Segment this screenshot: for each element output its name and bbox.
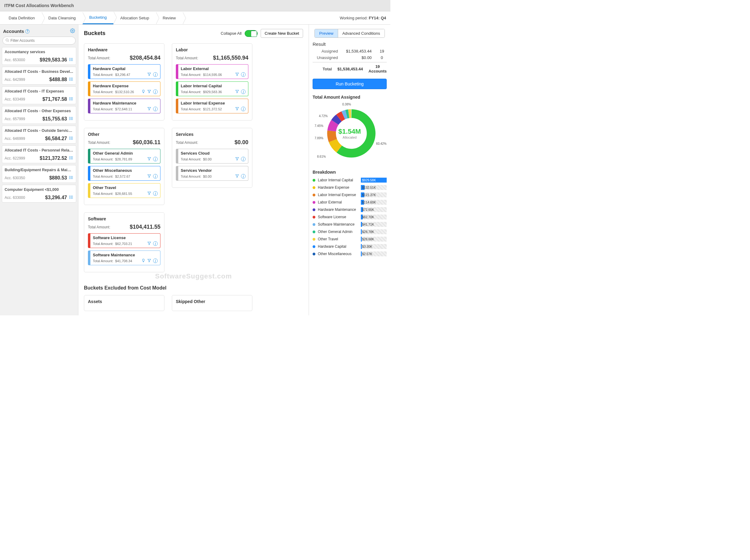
info-icon[interactable]: i (153, 259, 158, 263)
svg-point-17 (69, 97, 70, 98)
funnel-icon[interactable] (235, 107, 239, 111)
sub-bucket[interactable]: Labor Internal Capital Total Amount: $92… (176, 81, 248, 96)
step-data-cleansing[interactable]: Data Cleansing (41, 12, 82, 24)
sub-bucket[interactable]: Labor Internal Expense Total Amount: $12… (176, 99, 248, 114)
svg-point-24 (69, 118, 70, 119)
info-icon[interactable]: i (241, 157, 246, 161)
filter-accounts[interactable] (2, 37, 76, 44)
filter-input[interactable] (11, 38, 73, 43)
info-icon[interactable]: i (241, 89, 246, 94)
sub-bucket[interactable]: Labor External Total Amount: $114,595.06… (176, 64, 248, 79)
funnel-icon[interactable] (235, 72, 239, 77)
info-icon[interactable]: i (153, 241, 158, 246)
excluded-group[interactable]: Skipped Other (172, 295, 252, 311)
step-allocation-setup[interactable]: Allocation Setup (114, 12, 156, 24)
funnel-icon[interactable] (147, 241, 151, 246)
sub-bucket[interactable]: Services Cloud Total Amount: $0.00 i (176, 149, 248, 163)
breakdown-bar: $114.60K (361, 200, 387, 205)
info-icon[interactable]: i (153, 157, 158, 161)
run-bucketing-button[interactable]: Run Bucketing (312, 79, 387, 89)
collapse-toggle[interactable] (245, 30, 258, 37)
info-icon[interactable]: i (241, 107, 246, 111)
funnel-icon[interactable] (147, 157, 151, 161)
funnel-icon[interactable] (235, 157, 239, 161)
excluded-title: Buckets Excluded from Cost Model (84, 285, 303, 291)
list-icon[interactable] (69, 77, 74, 82)
list-icon[interactable] (69, 195, 74, 200)
account-card[interactable]: Building/Equipment Repairs & Maint... Ac… (2, 165, 76, 183)
sub-bucket[interactable]: Other General Admin Total Amount: $28,78… (88, 149, 160, 163)
info-icon[interactable]: i (153, 191, 158, 196)
list-icon[interactable] (69, 57, 74, 63)
sub-bucket[interactable]: Hardware Maintenance Total Amount: $72,6… (88, 99, 160, 114)
list-icon[interactable] (69, 175, 74, 181)
account-card[interactable]: Allocated IT Costs - Other Expenses Acc.… (2, 106, 76, 124)
svg-point-11 (69, 78, 70, 78)
info-icon[interactable]: i (241, 72, 246, 77)
bucket-group[interactable]: Software Total Amount: $104,411.55 Softw… (84, 213, 164, 272)
create-bucket-button[interactable]: Create New Bucket (261, 29, 303, 38)
bucket-group[interactable]: Other Total Amount: $60,036.11 Other Gen… (84, 128, 164, 205)
funnel-icon[interactable] (235, 89, 239, 94)
sub-bucket[interactable]: Software Maintenance Total Amount: $41,7… (88, 251, 160, 265)
funnel-icon[interactable] (147, 191, 151, 196)
info-icon[interactable]: i (241, 174, 246, 179)
bucket-group[interactable]: Hardware Total Amount: $208,454.84 Hardw… (84, 43, 164, 120)
account-card[interactable]: Allocated IT Costs - IT Expenses Acc. 63… (2, 86, 76, 104)
funnel-icon[interactable] (147, 174, 151, 179)
sub-bucket[interactable]: Other Miscellaneous Total Amount: $2,572… (88, 166, 160, 181)
tab-preview[interactable]: Preview (315, 29, 338, 38)
bulb-icon[interactable] (141, 259, 145, 263)
sub-bucket[interactable]: Software License Total Amount: $62,703.2… (88, 233, 160, 248)
svg-point-49 (69, 198, 70, 199)
svg-point-0 (72, 30, 73, 31)
svg-point-6 (69, 59, 70, 60)
breakdown-row: Other Travel $28.68K (312, 237, 387, 242)
account-card[interactable]: Accountancy services Acc. 653000 $929,58… (2, 47, 76, 65)
svg-point-43 (69, 179, 70, 179)
svg-point-30 (69, 138, 70, 138)
account-card[interactable]: Computer Equipment <$1,000 Acc. 633000 $… (2, 185, 76, 203)
breakdown-row: Hardware Expense $132.51K (312, 185, 387, 190)
list-icon[interactable] (69, 156, 74, 161)
breakdown-bar: $929.58K (361, 178, 387, 183)
svg-point-31 (69, 139, 70, 140)
sub-bucket[interactable]: Hardware Capital Total Amount: $3,296.47… (88, 64, 160, 79)
funnel-icon[interactable] (147, 259, 151, 263)
step-data-definition[interactable]: Data Definition (2, 12, 41, 24)
sub-bucket[interactable]: Other Travel Total Amount: $28,681.55 i (88, 183, 160, 198)
step-bucketing[interactable]: Bucketing (82, 12, 114, 24)
account-card[interactable]: Allocated IT Costs - Personnel Relat... … (2, 145, 76, 163)
bucket-group[interactable]: Labor Total Amount: $1,165,550.94 Labor … (172, 43, 252, 120)
svg-point-48 (69, 197, 70, 197)
account-card[interactable]: Allocated IT Costs - Business Devel... A… (2, 67, 76, 84)
list-icon[interactable] (69, 136, 74, 141)
step-review[interactable]: Review (156, 12, 183, 24)
tab-advanced[interactable]: Advanced Conditions (338, 29, 385, 38)
help-icon[interactable]: ? (25, 29, 29, 34)
breakdown-row: Hardware Maintenance $72.65K (312, 207, 387, 212)
info-icon[interactable]: i (153, 89, 158, 94)
account-card[interactable]: Allocated IT Costs - Outside Service... … (2, 126, 76, 143)
sub-bucket[interactable]: Services Vendor Total Amount: $0.00 i (176, 166, 248, 181)
sub-bucket[interactable]: Hardware Expense Total Amount: $132,510.… (88, 81, 160, 96)
info-icon[interactable]: i (153, 72, 158, 77)
info-icon[interactable]: i (153, 174, 158, 179)
bulb-icon[interactable] (141, 89, 145, 94)
breakdown-row: Labor External $114.60K (312, 200, 387, 205)
legend-dot (312, 238, 316, 241)
bucket-group[interactable]: Services Total Amount: $0.00 Services Cl… (172, 128, 252, 188)
breakdown-row: Labor Internal Capital $929.58K (312, 178, 387, 183)
funnel-icon[interactable] (147, 72, 151, 77)
gear-icon[interactable] (70, 28, 75, 34)
list-icon[interactable] (69, 97, 74, 102)
legend-dot (312, 201, 316, 204)
list-icon[interactable] (69, 116, 74, 122)
funnel-icon[interactable] (147, 89, 151, 94)
funnel-icon[interactable] (147, 107, 151, 111)
funnel-icon[interactable] (235, 174, 239, 179)
info-icon[interactable]: i (153, 107, 158, 111)
excluded-group[interactable]: Assets (84, 295, 164, 311)
results-pane: Preview Advanced Conditions Result Assig… (309, 25, 390, 315)
breakdown-bar: $28.68K (361, 237, 387, 242)
